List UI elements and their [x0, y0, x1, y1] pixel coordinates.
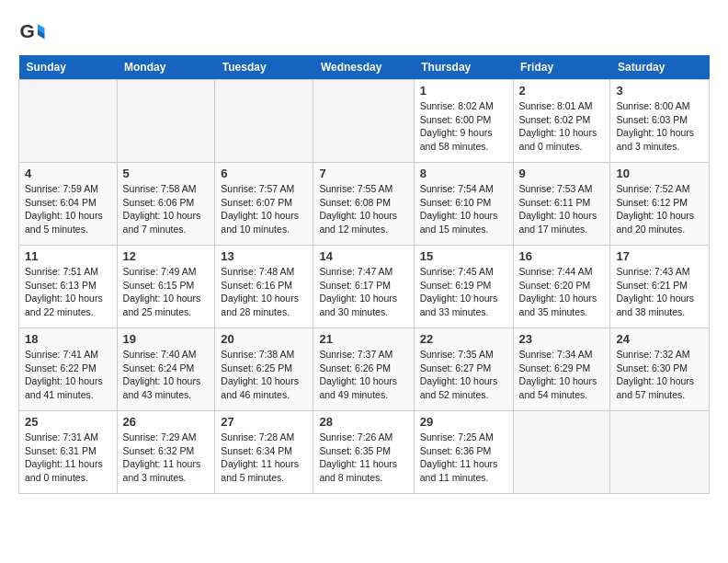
calendar-cell: 9Sunrise: 7:53 AM Sunset: 6:11 PM Daylig… [513, 163, 610, 246]
day-info: Sunrise: 7:48 AM Sunset: 6:16 PM Dayligh… [221, 265, 307, 319]
calendar-cell [215, 80, 313, 163]
calendar-cell: 22Sunrise: 7:35 AM Sunset: 6:27 PM Dayli… [414, 328, 513, 411]
day-info: Sunrise: 7:43 AM Sunset: 6:21 PM Dayligh… [616, 265, 703, 319]
calendar-cell: 10Sunrise: 7:52 AM Sunset: 6:12 PM Dayli… [610, 163, 710, 246]
day-number: 18 [25, 332, 111, 346]
calendar-cell: 23Sunrise: 7:34 AM Sunset: 6:29 PM Dayli… [513, 328, 610, 411]
day-info: Sunrise: 7:40 AM Sunset: 6:24 PM Dayligh… [123, 348, 210, 402]
day-info: Sunrise: 7:52 AM Sunset: 6:12 PM Dayligh… [616, 182, 703, 236]
calendar-cell: 3Sunrise: 8:00 AM Sunset: 6:03 PM Daylig… [610, 80, 710, 163]
day-number: 16 [519, 249, 605, 263]
calendar-cell: 21Sunrise: 7:37 AM Sunset: 6:26 PM Dayli… [313, 328, 414, 411]
day-number: 28 [319, 415, 407, 429]
day-info: Sunrise: 7:55 AM Sunset: 6:08 PM Dayligh… [319, 182, 407, 236]
day-number: 9 [519, 167, 605, 180]
day-info: Sunrise: 7:45 AM Sunset: 6:19 PM Dayligh… [420, 265, 507, 319]
day-number: 10 [616, 167, 703, 180]
calendar-cell: 19Sunrise: 7:40 AM Sunset: 6:24 PM Dayli… [117, 328, 215, 411]
calendar-cell: 14Sunrise: 7:47 AM Sunset: 6:17 PM Dayli… [313, 246, 414, 328]
day-info: Sunrise: 7:29 AM Sunset: 6:32 PM Dayligh… [123, 431, 210, 485]
weekday-header-saturday: Saturday [610, 55, 710, 80]
calendar-cell: 27Sunrise: 7:28 AM Sunset: 6:34 PM Dayli… [215, 411, 313, 494]
day-number: 7 [319, 167, 407, 180]
calendar-cell: 1Sunrise: 8:02 AM Sunset: 6:00 PM Daylig… [414, 80, 513, 163]
calendar-cell: 7Sunrise: 7:55 AM Sunset: 6:08 PM Daylig… [313, 163, 414, 246]
weekday-header-thursday: Thursday [414, 55, 513, 80]
day-info: Sunrise: 7:44 AM Sunset: 6:20 PM Dayligh… [519, 265, 605, 319]
day-number: 14 [319, 249, 407, 263]
day-info: Sunrise: 7:37 AM Sunset: 6:26 PM Dayligh… [319, 348, 407, 402]
day-number: 4 [25, 167, 111, 180]
day-number: 27 [221, 415, 307, 429]
day-number: 8 [420, 167, 507, 180]
day-info: Sunrise: 7:47 AM Sunset: 6:17 PM Dayligh… [319, 265, 407, 319]
day-number: 29 [420, 415, 507, 429]
day-info: Sunrise: 8:00 AM Sunset: 6:03 PM Dayligh… [616, 99, 703, 154]
day-number: 23 [519, 332, 605, 346]
day-info: Sunrise: 7:58 AM Sunset: 6:06 PM Dayligh… [123, 182, 210, 236]
calendar-cell: 2Sunrise: 8:01 AM Sunset: 6:02 PM Daylig… [513, 80, 610, 163]
day-info: Sunrise: 7:59 AM Sunset: 6:04 PM Dayligh… [25, 182, 111, 236]
day-info: Sunrise: 7:31 AM Sunset: 6:31 PM Dayligh… [25, 431, 111, 485]
calendar-cell: 24Sunrise: 7:32 AM Sunset: 6:30 PM Dayli… [610, 328, 710, 411]
day-number: 3 [616, 84, 703, 98]
day-info: Sunrise: 7:54 AM Sunset: 6:10 PM Dayligh… [420, 182, 507, 236]
day-info: Sunrise: 7:49 AM Sunset: 6:15 PM Dayligh… [123, 265, 210, 319]
calendar-cell [117, 80, 215, 163]
logo-icon: G [18, 18, 46, 46]
day-info: Sunrise: 7:53 AM Sunset: 6:11 PM Dayligh… [519, 182, 605, 236]
calendar-cell: 25Sunrise: 7:31 AM Sunset: 6:31 PM Dayli… [19, 411, 118, 494]
calendar-cell [610, 411, 710, 494]
logo: G [18, 18, 50, 46]
day-info: Sunrise: 7:57 AM Sunset: 6:07 PM Dayligh… [221, 182, 307, 236]
week-row-1: 1Sunrise: 8:02 AM Sunset: 6:00 PM Daylig… [19, 80, 710, 163]
weekday-header-tuesday: Tuesday [215, 55, 313, 80]
weekday-header-sunday: Sunday [19, 55, 118, 80]
calendar-cell: 26Sunrise: 7:29 AM Sunset: 6:32 PM Dayli… [117, 411, 215, 494]
weekday-header-row: SundayMondayTuesdayWednesdayThursdayFrid… [19, 55, 710, 80]
day-number: 20 [221, 332, 307, 346]
calendar-cell [513, 411, 610, 494]
week-row-2: 4Sunrise: 7:59 AM Sunset: 6:04 PM Daylig… [19, 163, 710, 246]
day-number: 12 [123, 249, 210, 263]
day-number: 15 [420, 249, 507, 263]
calendar-cell: 11Sunrise: 7:51 AM Sunset: 6:13 PM Dayli… [19, 246, 118, 328]
day-info: Sunrise: 7:26 AM Sunset: 6:35 PM Dayligh… [319, 431, 407, 485]
day-number: 19 [123, 332, 210, 346]
day-number: 22 [420, 332, 507, 346]
calendar-cell: 15Sunrise: 7:45 AM Sunset: 6:19 PM Dayli… [414, 246, 513, 328]
calendar-table: SundayMondayTuesdayWednesdayThursdayFrid… [18, 55, 710, 494]
calendar-cell: 5Sunrise: 7:58 AM Sunset: 6:06 PM Daylig… [117, 163, 215, 246]
day-number: 24 [616, 332, 703, 346]
day-info: Sunrise: 8:01 AM Sunset: 6:02 PM Dayligh… [519, 99, 605, 154]
calendar-body: 1Sunrise: 8:02 AM Sunset: 6:00 PM Daylig… [19, 80, 710, 494]
calendar-cell: 6Sunrise: 7:57 AM Sunset: 6:07 PM Daylig… [215, 163, 313, 246]
day-info: Sunrise: 8:02 AM Sunset: 6:00 PM Dayligh… [420, 99, 507, 154]
weekday-header-friday: Friday [513, 55, 610, 80]
calendar-cell: 8Sunrise: 7:54 AM Sunset: 6:10 PM Daylig… [414, 163, 513, 246]
day-number: 21 [319, 332, 407, 346]
day-number: 17 [616, 249, 703, 263]
calendar-cell [313, 80, 414, 163]
day-info: Sunrise: 7:51 AM Sunset: 6:13 PM Dayligh… [25, 265, 111, 319]
day-info: Sunrise: 7:34 AM Sunset: 6:29 PM Dayligh… [519, 348, 605, 402]
week-row-4: 18Sunrise: 7:41 AM Sunset: 6:22 PM Dayli… [19, 328, 710, 411]
calendar-cell: 17Sunrise: 7:43 AM Sunset: 6:21 PM Dayli… [610, 246, 710, 328]
day-info: Sunrise: 7:25 AM Sunset: 6:36 PM Dayligh… [420, 431, 507, 485]
calendar-cell: 28Sunrise: 7:26 AM Sunset: 6:35 PM Dayli… [313, 411, 414, 494]
day-number: 1 [420, 84, 507, 98]
day-number: 5 [123, 167, 210, 180]
week-row-5: 25Sunrise: 7:31 AM Sunset: 6:31 PM Dayli… [19, 411, 710, 494]
weekday-header-wednesday: Wednesday [313, 55, 414, 80]
day-info: Sunrise: 7:32 AM Sunset: 6:30 PM Dayligh… [616, 348, 703, 402]
calendar-cell: 4Sunrise: 7:59 AM Sunset: 6:04 PM Daylig… [19, 163, 118, 246]
calendar-cell: 29Sunrise: 7:25 AM Sunset: 6:36 PM Dayli… [414, 411, 513, 494]
day-info: Sunrise: 7:35 AM Sunset: 6:27 PM Dayligh… [420, 348, 507, 402]
calendar-cell: 18Sunrise: 7:41 AM Sunset: 6:22 PM Dayli… [19, 328, 118, 411]
page-header: G [18, 18, 710, 46]
day-number: 11 [25, 249, 111, 263]
calendar-cell: 16Sunrise: 7:44 AM Sunset: 6:20 PM Dayli… [513, 246, 610, 328]
svg-text:G: G [20, 20, 35, 41]
day-info: Sunrise: 7:28 AM Sunset: 6:34 PM Dayligh… [221, 431, 307, 485]
day-info: Sunrise: 7:38 AM Sunset: 6:25 PM Dayligh… [221, 348, 307, 402]
